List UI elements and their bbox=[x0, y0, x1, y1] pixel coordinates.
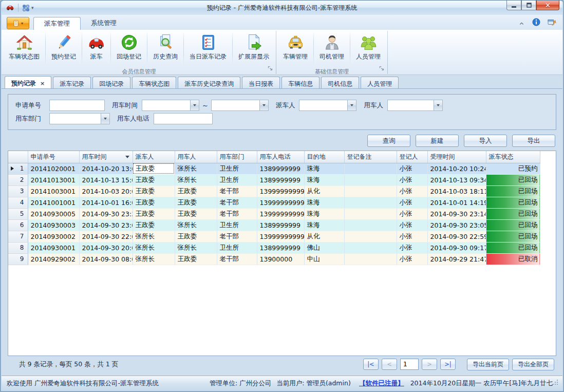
cell-remark[interactable] bbox=[344, 208, 397, 219]
cell-accept-time[interactable]: 2014-10-03 18:11 bbox=[427, 185, 486, 197]
column-header-use-time[interactable]: 用车时间 bbox=[79, 151, 133, 163]
cell-user[interactable]: 王政委 bbox=[175, 208, 217, 219]
cell-remark[interactable] bbox=[344, 185, 397, 197]
cell-use-time[interactable]: 2014-09-30 23:30 bbox=[79, 208, 133, 219]
column-header-dispatcher[interactable]: 派车人 bbox=[133, 151, 175, 163]
minimize-button[interactable] bbox=[506, 1, 521, 10]
doc-tab-vehicle-status-map[interactable]: 车辆状态图 bbox=[132, 77, 176, 88]
cell-registrar[interactable]: 小张 bbox=[397, 242, 427, 253]
ribbon-tab-system-management[interactable]: 系统管理 bbox=[81, 17, 127, 30]
prev-page-button[interactable]: < bbox=[382, 359, 397, 370]
cell-dispatcher[interactable]: 张所长 bbox=[133, 253, 175, 265]
close-tab-icon[interactable]: × bbox=[40, 81, 45, 86]
row-indicator-cell[interactable]: 6 bbox=[8, 219, 28, 231]
doc-tab-reservation-records[interactable]: 预约记录× bbox=[5, 76, 51, 88]
cell-request-no[interactable]: 20141020001 bbox=[28, 163, 79, 174]
column-header-registrar[interactable]: 登记人 bbox=[397, 151, 427, 163]
today-dispatch-records-button[interactable]: 当日派车记录 bbox=[184, 30, 232, 66]
cell-remark[interactable] bbox=[344, 242, 397, 253]
table-row[interactable]: 5201409300052014-09-30 23:30王政委王政委老干部139… bbox=[8, 208, 540, 219]
row-indicator-cell[interactable]: 2 bbox=[8, 174, 28, 185]
driver-management-button[interactable]: 司机管理 bbox=[314, 30, 349, 66]
row-indicator-cell[interactable]: 7 bbox=[8, 231, 28, 242]
info-icon[interactable] bbox=[532, 18, 540, 28]
dispatcher-combobox[interactable] bbox=[299, 100, 356, 111]
combo-dropdown-button[interactable] bbox=[101, 114, 109, 124]
cell-department[interactable]: 卫生所 bbox=[217, 219, 257, 231]
combo-dropdown-button[interactable] bbox=[434, 100, 442, 110]
export-all-pages-button[interactable]: 导出全部页 bbox=[512, 359, 554, 370]
cell-destination[interactable]: 珠海 bbox=[304, 174, 344, 185]
cell-registrar[interactable]: 小张 bbox=[397, 231, 427, 242]
column-header-accept-time[interactable]: 受理时间 bbox=[427, 151, 486, 163]
cell-use-time[interactable]: 2014-09-30 20:00 bbox=[79, 242, 133, 253]
cell-remark[interactable] bbox=[344, 197, 397, 208]
cell-destination[interactable]: 珠海 bbox=[304, 163, 344, 174]
reservation-register-button[interactable]: 预约登记 bbox=[46, 30, 81, 66]
cell-department[interactable]: 老干部 bbox=[217, 197, 257, 208]
row-indicator-cell[interactable]: 5 bbox=[8, 208, 28, 219]
cell-dispatcher[interactable]: 张所长 bbox=[133, 242, 175, 253]
doc-tab-dispatch-records[interactable]: 派车记录 bbox=[53, 77, 91, 88]
dispatch-button[interactable]: 派车 bbox=[83, 30, 110, 66]
next-page-button[interactable]: > bbox=[422, 359, 437, 370]
application-menu-button[interactable]: ▾ bbox=[7, 17, 29, 29]
cell-dispatcher[interactable]: 王政委 bbox=[133, 174, 175, 185]
query-button[interactable]: 查询 bbox=[367, 135, 410, 147]
combo-dropdown-button[interactable] bbox=[259, 100, 268, 110]
row-indicator-cell[interactable]: 1 bbox=[8, 163, 28, 174]
cell-user-phone[interactable]: 13999999999 bbox=[257, 231, 304, 242]
cell-department[interactable]: 卫生所 bbox=[217, 242, 257, 253]
personnel-management-button[interactable]: 人员管理 bbox=[351, 30, 386, 66]
table-row[interactable]: 4201410010012014-10-01 16:00王政委王政委老干部139… bbox=[8, 197, 540, 208]
cell-destination[interactable]: 珠海 bbox=[304, 208, 344, 219]
first-page-button[interactable]: |< bbox=[363, 359, 379, 370]
cell-use-time[interactable]: 2014-10-20 13:00 bbox=[79, 163, 133, 174]
cell-user[interactable]: 张所长 bbox=[175, 174, 217, 185]
vehicle-status-map-button[interactable]: 车辆状态图 bbox=[4, 30, 45, 66]
cell-request-no[interactable]: 20140930001 bbox=[28, 242, 79, 253]
doc-tab-daily-report[interactable]: 当日报表 bbox=[242, 77, 280, 88]
doc-tab-dispatch-history-query[interactable]: 派车历史记录查询 bbox=[178, 77, 240, 88]
cell-use-time[interactable]: 2014-10-01 16:00 bbox=[79, 197, 133, 208]
cell-user-phone[interactable]: 13999999999 bbox=[257, 208, 304, 219]
cell-remark[interactable] bbox=[344, 163, 397, 174]
collapse-ribbon-icon[interactable] bbox=[518, 18, 525, 28]
vehicle-management-button[interactable]: 车辆管理 bbox=[278, 30, 313, 66]
cell-user[interactable]: 王政委 bbox=[175, 185, 217, 197]
cell-accept-time[interactable]: 2014-10-20 10:24 bbox=[427, 163, 486, 174]
row-indicator-cell[interactable]: 9 bbox=[8, 253, 28, 265]
cell-registrar[interactable]: 小张 bbox=[397, 163, 427, 174]
table-row[interactable]: 7201409300022014-09-30 22:00张所长王政委老干部139… bbox=[8, 231, 540, 242]
cell-user-phone[interactable]: 1389999999 bbox=[257, 242, 304, 253]
cell-use-time[interactable]: 2014-09-30 23:00 bbox=[79, 219, 133, 231]
cell-user-phone[interactable]: 13900000 bbox=[257, 253, 304, 265]
cell-accept-time[interactable]: 2014-09-30 23:14 bbox=[427, 208, 486, 219]
cell-user-phone[interactable]: 1389999999 bbox=[257, 163, 304, 174]
sort-filter-arrow-icon[interactable] bbox=[125, 156, 129, 158]
cell-accept-time[interactable]: 2014-10-01 14:19 bbox=[427, 197, 486, 208]
cell-request-no[interactable]: 20141003001 bbox=[28, 185, 79, 197]
cell-user-phone[interactable]: 13999999999 bbox=[257, 185, 304, 197]
cell-dispatch-status[interactable]: 已回场 bbox=[486, 174, 540, 185]
cell-registrar[interactable]: 小张 bbox=[397, 219, 427, 231]
cell-request-no[interactable]: 20141001001 bbox=[28, 197, 79, 208]
user-phone-input[interactable] bbox=[154, 113, 213, 124]
column-header-destination[interactable]: 目的地 bbox=[304, 151, 344, 163]
export-button[interactable]: 导出 bbox=[512, 135, 555, 147]
use-time-to-combobox[interactable] bbox=[211, 100, 269, 111]
dialog-launcher-icon[interactable] bbox=[379, 63, 384, 73]
cell-request-no[interactable]: 20140930002 bbox=[28, 231, 79, 242]
column-header-request-no[interactable]: 申请单号 bbox=[28, 151, 79, 163]
request-no-input[interactable] bbox=[49, 100, 105, 111]
cell-use-time[interactable]: 2014-10-03 20:00 bbox=[79, 185, 133, 197]
column-header-remark[interactable]: 登记备注 bbox=[344, 151, 397, 163]
cell-dispatch-status[interactable]: 已回场 bbox=[486, 231, 540, 242]
column-header-user[interactable]: 用车人 bbox=[175, 151, 217, 163]
ribbon-tab-dispatch-management[interactable]: 派车管理 bbox=[33, 17, 81, 30]
cell-accept-time[interactable]: 2014-09-30 22:59 bbox=[427, 231, 486, 242]
cell-destination[interactable]: 珠海 bbox=[304, 219, 344, 231]
cell-department[interactable]: 老干部 bbox=[217, 231, 257, 242]
import-button[interactable]: 导入 bbox=[464, 135, 507, 147]
table-row[interactable]: 3201410030012014-10-03 20:00王政委王政委老干部139… bbox=[8, 185, 540, 197]
